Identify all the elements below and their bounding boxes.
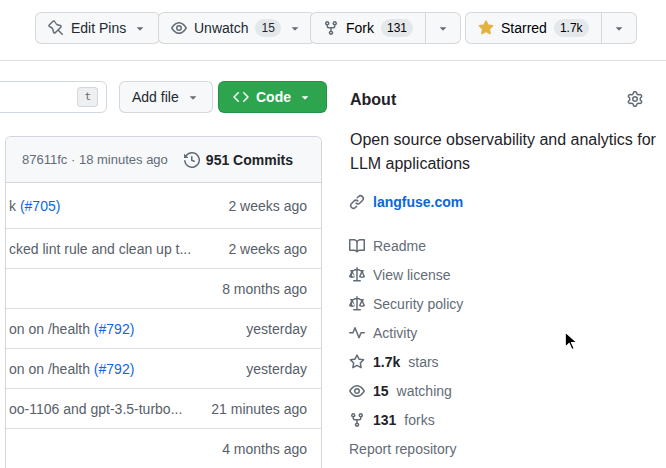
gear-icon bbox=[627, 91, 643, 107]
commits-history-link[interactable]: 951 Commits bbox=[184, 152, 293, 168]
about-settings-button[interactable] bbox=[627, 91, 643, 107]
watch-count-badge: 15 bbox=[255, 19, 280, 37]
law-icon bbox=[349, 267, 365, 283]
pr-link[interactable]: (#792) bbox=[94, 361, 134, 377]
add-file-label: Add file bbox=[132, 87, 179, 107]
starred-label: Starred bbox=[501, 20, 547, 36]
go-to-file-input[interactable]: t bbox=[0, 81, 107, 113]
commit-sha[interactable]: 87611fc bbox=[22, 152, 67, 167]
commit-date[interactable]: 2 weeks ago bbox=[228, 241, 307, 257]
commit-message[interactable]: oo-1106 and gpt-3.5-turbo... bbox=[9, 401, 182, 417]
file-row: 8 months ago bbox=[6, 268, 321, 308]
unwatch-button[interactable]: Unwatch 15 bbox=[158, 12, 315, 44]
eye-icon bbox=[171, 20, 187, 36]
file-row: 4 months ago bbox=[6, 428, 321, 468]
go-to-file-shortcut-hint: t bbox=[77, 87, 98, 107]
chevron-down-icon bbox=[186, 90, 200, 104]
commit-date[interactable]: yesterday bbox=[246, 321, 307, 337]
commit-message[interactable]: on on /health (#792) bbox=[9, 321, 134, 337]
pr-link[interactable]: (#705) bbox=[20, 198, 60, 214]
chevron-down-icon bbox=[612, 21, 626, 35]
about-links-list: Readme View license Security policy Acti… bbox=[349, 231, 463, 463]
commit-message[interactable]: on on /health (#792) bbox=[9, 361, 134, 377]
chevron-down-icon bbox=[133, 21, 147, 35]
pr-link[interactable]: (#792) bbox=[94, 321, 134, 337]
eye-icon bbox=[349, 383, 365, 399]
code-icon bbox=[233, 89, 249, 105]
fork-icon bbox=[349, 412, 365, 428]
file-row: on on /health (#792) yesterday bbox=[6, 308, 321, 348]
commit-date[interactable]: 8 months ago bbox=[222, 281, 307, 297]
edit-pins-label: Edit Pins bbox=[71, 18, 126, 38]
fork-dropdown-button[interactable] bbox=[425, 12, 461, 44]
fork-count-badge: 131 bbox=[381, 19, 413, 37]
file-row: on on /health (#792) yesterday bbox=[6, 348, 321, 388]
fork-icon bbox=[323, 20, 339, 36]
repo-description: Open source observability and analytics … bbox=[350, 128, 656, 176]
star-icon bbox=[349, 354, 365, 370]
report-repository-link[interactable]: Report repository bbox=[349, 434, 463, 463]
file-row: oo-1106 and gpt-3.5-turbo... 21 minutes … bbox=[6, 388, 321, 428]
starred-button[interactable]: Starred 1.7k bbox=[465, 12, 601, 44]
chevron-down-icon bbox=[436, 21, 450, 35]
commit-date[interactable]: 2 weeks ago bbox=[228, 198, 307, 214]
security-policy-link[interactable]: Security policy bbox=[349, 289, 463, 318]
chevron-down-icon bbox=[288, 21, 302, 35]
commit-date[interactable]: 4 months ago bbox=[222, 441, 307, 457]
latest-commit-meta[interactable]: 87611fc · 18 minutes ago bbox=[22, 152, 168, 167]
watching-stat-link[interactable]: 15 watching bbox=[349, 376, 463, 405]
edit-pins-button[interactable]: Edit Pins bbox=[35, 12, 160, 44]
commit-message[interactable]: cked lint rule and clean up t... bbox=[9, 241, 191, 257]
about-title: About bbox=[350, 91, 396, 109]
commit-message[interactable]: k (#705) bbox=[9, 198, 60, 214]
commits-count-label: 951 Commits bbox=[206, 152, 293, 168]
forks-stat-link[interactable]: 131 forks bbox=[349, 405, 463, 434]
star-filled-icon bbox=[478, 20, 494, 36]
code-label: Code bbox=[256, 89, 291, 105]
unwatch-label: Unwatch bbox=[194, 18, 248, 38]
view-license-link[interactable]: View license bbox=[349, 260, 463, 289]
stars-stat-link[interactable]: 1.7k stars bbox=[349, 347, 463, 376]
history-icon bbox=[184, 152, 200, 168]
header-divider bbox=[0, 60, 666, 61]
add-file-button[interactable]: Add file bbox=[119, 81, 213, 113]
code-button[interactable]: Code bbox=[218, 81, 327, 113]
mouse-cursor bbox=[564, 331, 579, 352]
law-icon bbox=[349, 296, 365, 312]
file-row: cked lint rule and clean up t... 2 weeks… bbox=[6, 228, 321, 268]
link-icon bbox=[349, 194, 365, 210]
commit-date[interactable]: yesterday bbox=[246, 361, 307, 377]
star-dropdown-button[interactable] bbox=[601, 12, 637, 44]
commit-time: 18 minutes ago bbox=[79, 152, 168, 167]
book-icon bbox=[349, 238, 365, 254]
pin-icon bbox=[48, 20, 64, 36]
file-list-box: 87611fc · 18 minutes ago 951 Commits k (… bbox=[5, 136, 322, 468]
fork-label: Fork bbox=[346, 20, 374, 36]
star-button-group: Starred 1.7k bbox=[465, 12, 637, 44]
repo-website-row: langfuse.com bbox=[349, 194, 463, 210]
star-count-badge: 1.7k bbox=[554, 19, 589, 37]
latest-commit-bar: 87611fc · 18 minutes ago 951 Commits bbox=[6, 137, 321, 183]
fork-button[interactable]: Fork 131 bbox=[310, 12, 425, 44]
pulse-icon bbox=[349, 325, 365, 341]
commit-date[interactable]: 21 minutes ago bbox=[211, 401, 307, 417]
fork-button-group: Fork 131 bbox=[310, 12, 461, 44]
readme-link[interactable]: Readme bbox=[349, 231, 463, 260]
file-row: k (#705) 2 weeks ago bbox=[6, 183, 321, 228]
repo-website-link[interactable]: langfuse.com bbox=[373, 194, 463, 210]
activity-link[interactable]: Activity bbox=[349, 318, 463, 347]
chevron-down-icon bbox=[298, 90, 312, 104]
